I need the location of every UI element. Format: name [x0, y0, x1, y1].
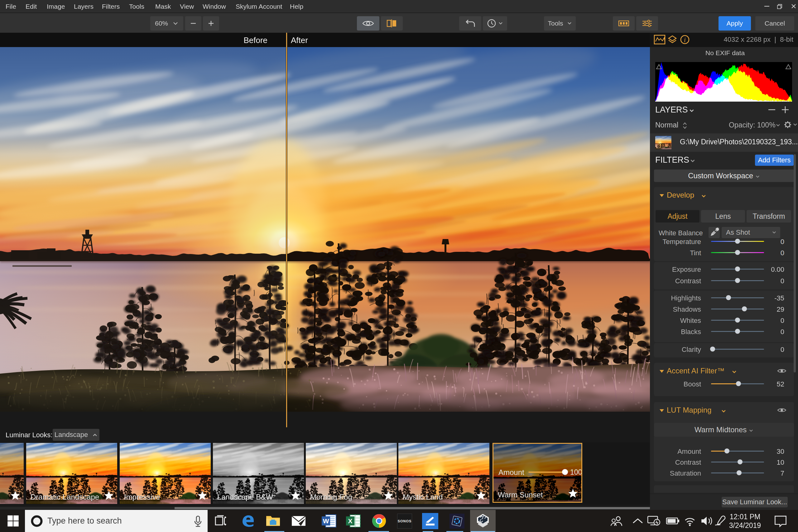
- svg-text:W: W: [323, 517, 329, 525]
- svg-text:i: i: [684, 36, 686, 43]
- svg-text:X: X: [348, 517, 353, 525]
